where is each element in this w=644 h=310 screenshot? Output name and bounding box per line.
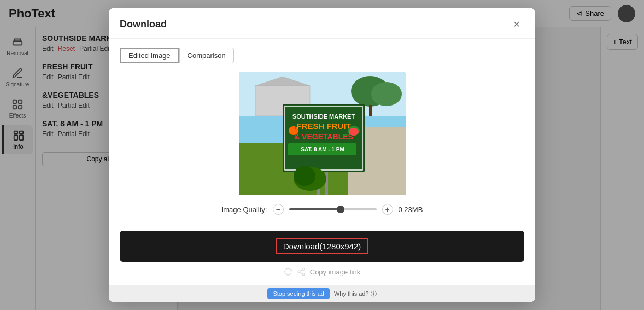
tab-comparison[interactable]: Comparison (179, 48, 234, 63)
tab-edited-image[interactable]: Edited Image (120, 48, 179, 63)
svg-point-37 (298, 271, 300, 273)
sign-image: SOUTHSIDE MARKET FRESH FRUIT & VEGETABLE… (239, 72, 406, 195)
info-circle-icon: ⓘ (371, 290, 377, 298)
refresh-icon (284, 267, 292, 276)
svg-rect-27 (295, 127, 296, 129)
stop-seeing-button[interactable]: Stop seeing this ad (267, 288, 330, 299)
svg-text:SOUTHSIDE MARKET: SOUTHSIDE MARKET (292, 113, 355, 120)
quality-label: Image Quality: (221, 206, 267, 214)
svg-rect-31 (344, 134, 347, 136)
modal-header: Download × (109, 8, 535, 39)
copy-link-row[interactable]: Copy image link (284, 267, 361, 276)
why-ad-link[interactable]: Why this ad? ⓘ (334, 290, 377, 298)
download-btn-label: Download(1280x942) (276, 238, 369, 254)
quality-increase-button[interactable]: + (382, 204, 393, 215)
svg-point-14 (371, 82, 402, 106)
modal-title: Download (120, 19, 167, 30)
svg-line-39 (300, 272, 302, 274)
svg-point-29 (349, 128, 359, 136)
svg-text:& VEGETABLES: & VEGETABLES (294, 132, 353, 141)
quality-size: 0.23MB (399, 206, 423, 214)
modal-body: Edited Image Comparison (109, 39, 535, 224)
image-preview-container: SOUTHSIDE MARKET FRESH FRUIT & VEGETABLE… (120, 72, 524, 195)
svg-rect-19 (325, 171, 328, 195)
share-small-icon (297, 267, 306, 276)
quality-decrease-button[interactable]: − (273, 204, 284, 215)
svg-text:FRESH FRUIT: FRESH FRUIT (296, 121, 350, 131)
quality-slider[interactable] (289, 208, 377, 210)
modal-close-button[interactable]: × (509, 16, 524, 32)
svg-line-40 (300, 270, 302, 271)
svg-text:SAT. 8 AM - 1 PM: SAT. 8 AM - 1 PM (301, 147, 344, 153)
svg-point-36 (302, 268, 305, 270)
quality-row: Image Quality: − + 0.23MB (221, 204, 423, 215)
tab-row: Edited Image Comparison (120, 48, 234, 63)
svg-rect-15 (369, 105, 372, 116)
download-button[interactable]: Download(1280x942) (120, 231, 524, 262)
image-preview: SOUTHSIDE MARKET FRESH FRUIT & VEGETABLE… (239, 72, 406, 195)
modal-overlay: Download × Edited Image Comparison (0, 0, 644, 310)
modal-footer: Download(1280x942) Copy image link (109, 224, 535, 285)
copy-link-label: Copy image link (310, 268, 361, 276)
ad-bar: Stop seeing this ad Why this ad? ⓘ (109, 285, 535, 302)
download-modal: Download × Edited Image Comparison (109, 8, 535, 302)
svg-point-38 (302, 273, 305, 276)
svg-point-35 (294, 166, 315, 186)
svg-point-26 (289, 126, 298, 135)
